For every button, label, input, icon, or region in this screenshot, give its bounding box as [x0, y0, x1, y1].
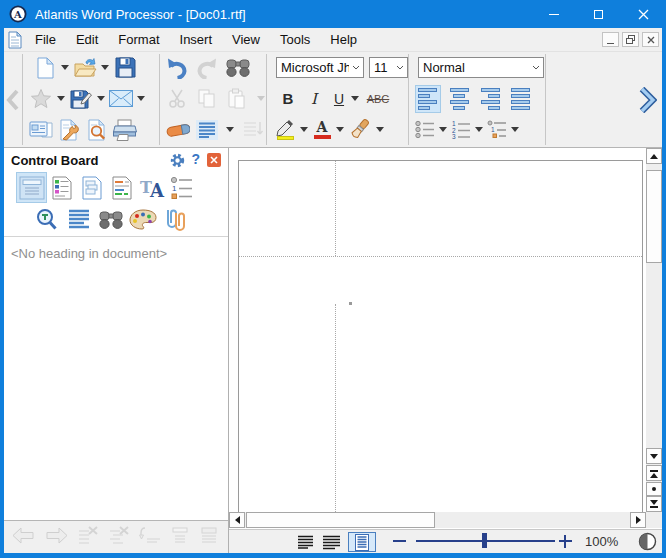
control-board-settings-gear-icon[interactable] [170, 153, 185, 168]
cb-tab-paragraphs[interactable] [64, 205, 93, 234]
horizontal-scroll-thumb[interactable] [246, 512, 435, 528]
save-button[interactable] [112, 54, 138, 82]
menu-file[interactable]: File [25, 29, 66, 50]
cb-tab-lists[interactable]: 1 [167, 173, 196, 202]
zoom-in-button-vbar[interactable] [564, 535, 566, 548]
collapse-headings-button[interactable] [199, 526, 220, 548]
mdi-restore-button[interactable] [622, 32, 639, 47]
new-document-dropdown[interactable] [61, 65, 69, 70]
vertical-scrollbar[interactable] [646, 148, 662, 512]
next-page-button[interactable] [646, 496, 662, 512]
bullets-button[interactable] [414, 116, 436, 144]
maximize-button[interactable] [576, 0, 621, 28]
scroll-right-button[interactable] [630, 512, 646, 528]
online-view-button[interactable] [320, 532, 343, 552]
multilevel-list-dropdown[interactable] [511, 127, 519, 132]
undo-button[interactable] [164, 54, 190, 82]
style-combobox[interactable]: Normal [418, 57, 544, 78]
menu-view[interactable]: View [222, 29, 270, 50]
underline-dropdown[interactable] [351, 96, 359, 101]
favorites-button[interactable] [28, 85, 54, 113]
document-options-button[interactable] [56, 116, 82, 144]
cb-tab-zoom-view[interactable] [32, 205, 61, 234]
format-painter-button[interactable] [347, 116, 373, 144]
cb-tab-headings-list[interactable] [47, 173, 76, 202]
align-center-button[interactable] [446, 85, 472, 113]
menu-insert[interactable]: Insert [170, 29, 223, 50]
favorites-dropdown[interactable] [57, 96, 65, 101]
control-board-close-button[interactable] [207, 153, 221, 167]
menu-tools[interactable]: Tools [270, 29, 320, 50]
underline-button[interactable]: U [330, 85, 348, 113]
font-color-dropdown[interactable] [336, 127, 344, 132]
cb-tab-colors[interactable] [128, 205, 157, 234]
page-layout-view-button[interactable] [348, 532, 376, 552]
align-left-button[interactable] [415, 85, 441, 113]
menu-edit[interactable]: Edit [66, 29, 108, 50]
zoom-slider-thumb[interactable] [482, 533, 487, 548]
draft-view-button[interactable] [294, 532, 317, 552]
redo-button[interactable] [194, 54, 220, 82]
vertical-scroll-thumb[interactable] [646, 170, 662, 263]
open-dropdown[interactable] [101, 65, 109, 70]
new-document-button[interactable] [32, 54, 58, 82]
demote-heading-button[interactable] [77, 525, 100, 549]
cb-tab-fonts[interactable]: T A [137, 173, 166, 202]
align-justify-button[interactable] [508, 85, 534, 113]
highlight-button[interactable] [273, 116, 297, 144]
save-as-button[interactable] [68, 85, 94, 113]
save-as-dropdown[interactable] [97, 96, 105, 101]
font-color-button[interactable]: A [311, 116, 333, 144]
toolbar-scroll-left-icon[interactable] [5, 89, 21, 111]
properties-button[interactable] [28, 116, 54, 144]
email-dropdown[interactable] [137, 96, 145, 101]
document-page[interactable] [238, 160, 643, 512]
strikethrough-button[interactable]: ABC [364, 85, 392, 113]
previous-page-button[interactable] [646, 465, 662, 481]
cb-tab-fields[interactable] [107, 173, 136, 202]
align-right-button[interactable] [477, 85, 503, 113]
toolbar-more-chevron-icon[interactable] [638, 87, 657, 113]
paragraph-formatting-dropdown[interactable] [226, 127, 234, 132]
find-button[interactable] [224, 54, 252, 82]
close-button[interactable] [621, 0, 666, 28]
numbering-dropdown[interactable] [475, 127, 483, 132]
move-heading-button[interactable] [139, 526, 162, 548]
minimize-button[interactable] [531, 0, 576, 28]
zoom-out-button[interactable] [393, 540, 406, 542]
nav-forward-button[interactable] [44, 526, 69, 549]
menu-help[interactable]: Help [320, 29, 367, 50]
menu-format[interactable]: Format [108, 29, 169, 50]
mdi-minimize-button[interactable] [602, 32, 619, 47]
document-viewport[interactable] [229, 148, 646, 512]
font-size-combobox[interactable]: 11 [369, 57, 408, 78]
open-button[interactable] [72, 54, 98, 82]
contrast-toggle-button[interactable] [638, 532, 657, 551]
erase-button[interactable] [164, 116, 191, 144]
font-name-combobox[interactable]: Microsoft Jh [276, 57, 364, 78]
email-button[interactable] [108, 85, 134, 113]
nav-back-button[interactable] [11, 526, 36, 549]
mdi-close-button[interactable] [642, 32, 659, 47]
sort-paragraphs-button[interactable] [240, 116, 266, 144]
scroll-down-button[interactable] [646, 448, 662, 464]
cb-tab-headings-overview[interactable] [17, 173, 46, 202]
scroll-left-button[interactable] [229, 512, 245, 528]
horizontal-scrollbar[interactable] [229, 512, 646, 528]
bullets-dropdown[interactable] [439, 127, 447, 132]
cb-tab-attachments[interactable] [160, 205, 189, 234]
select-browse-object-button[interactable] [646, 482, 662, 496]
italic-button[interactable]: I [304, 85, 324, 113]
control-board-help-button[interactable]: ? [191, 151, 200, 167]
bold-button[interactable]: B [278, 85, 298, 113]
scroll-up-button[interactable] [646, 148, 662, 164]
copy-button[interactable] [194, 85, 220, 113]
promote-heading-button[interactable] [108, 525, 131, 549]
paste-button[interactable] [224, 85, 250, 113]
paragraph-formatting-button[interactable] [194, 116, 220, 144]
numbering-button[interactable]: 1 2 3 [450, 116, 472, 144]
highlight-dropdown[interactable] [300, 127, 308, 132]
multilevel-list-button[interactable]: 1 [486, 116, 508, 144]
cb-tab-sections[interactable] [77, 173, 106, 202]
print-button[interactable] [112, 116, 138, 144]
